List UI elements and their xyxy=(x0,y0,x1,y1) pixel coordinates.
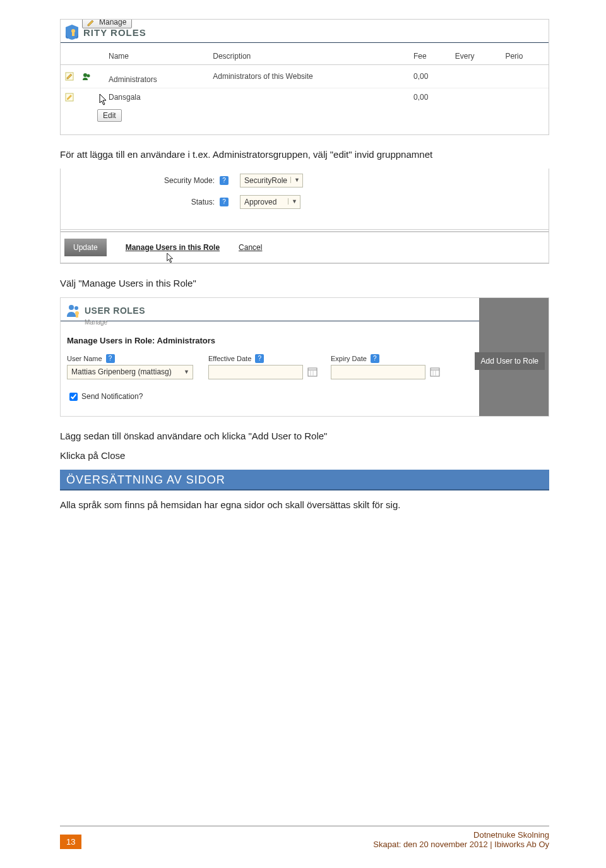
svg-rect-2 xyxy=(72,32,74,36)
effective-date-label: Effective Date xyxy=(208,355,251,362)
paragraph: Lägg sedan till önskad användare och kli… xyxy=(60,431,549,441)
svg-point-5 xyxy=(87,74,90,78)
paragraph: Välj "Manage Users in this Role" xyxy=(60,278,549,288)
help-icon[interactable]: ? xyxy=(220,198,229,206)
help-icon[interactable]: ? xyxy=(371,354,379,363)
cell-name: Dansgala xyxy=(105,88,209,107)
pencil-icon xyxy=(86,19,95,29)
manage-users-link[interactable]: Manage Users in this Role xyxy=(126,243,220,252)
paragraph: Klicka på Close xyxy=(60,450,549,461)
status-select[interactable]: Approved xyxy=(240,195,300,209)
cursor-icon xyxy=(98,93,109,107)
cell-desc: Administrators of this Website xyxy=(209,65,410,88)
update-button[interactable]: Update xyxy=(64,239,107,256)
col-description: Description xyxy=(209,47,410,65)
add-user-to-role-button[interactable]: Add User to Role xyxy=(475,352,545,370)
edit-tooltip: Edit xyxy=(97,109,122,122)
effective-date-input[interactable] xyxy=(208,365,303,379)
col-fee: Fee xyxy=(410,47,451,65)
page-footer: 13 Dotnetnuke Skolning Skapat: den 20 no… xyxy=(60,826,549,849)
status-label: Status: xyxy=(143,198,218,206)
footer-title: Dotnetnuke Skolning xyxy=(373,830,549,840)
calendar-icon[interactable] xyxy=(430,367,440,379)
svg-point-4 xyxy=(83,73,87,77)
security-roles-screenshot: RITY ROLES Manage Name Description Fee E… xyxy=(60,19,549,135)
users-row-icon xyxy=(81,71,92,81)
send-notification-checkbox[interactable] xyxy=(69,393,78,401)
table-row: Administrators Administrators of this We… xyxy=(61,65,549,88)
cursor-icon xyxy=(166,252,175,265)
col-name: Name xyxy=(105,47,209,65)
manage-button[interactable]: Manage xyxy=(82,19,132,28)
table-header-row: Name Description Fee Every Perio xyxy=(61,47,549,65)
edit-row-icon[interactable] xyxy=(64,92,74,102)
help-icon[interactable]: ? xyxy=(106,354,115,363)
shield-icon xyxy=(63,23,81,41)
action-bar: Update Manage Users in this Role Cancel xyxy=(61,232,549,263)
edit-row-icon[interactable] xyxy=(64,71,74,81)
send-notification-label: Send Notification? xyxy=(81,392,143,401)
paragraph: Alla språk som finns på hemsidan har egn… xyxy=(60,499,549,510)
calendar-icon[interactable] xyxy=(307,367,318,379)
security-mode-row: Security Mode: ? SecurityRole xyxy=(143,174,542,187)
edit-form-screenshot: Security Mode: ? SecurityRole Status: ? … xyxy=(60,169,549,264)
security-mode-label: Security Mode: xyxy=(143,176,218,185)
expiry-date-label: Expiry Date xyxy=(331,355,367,362)
section-heading: ÖVERSÄTTNING AV SIDOR xyxy=(60,470,549,490)
help-icon[interactable]: ? xyxy=(255,354,264,363)
footer-created: Skapat: den 20 november 2012 | Ibiworks … xyxy=(373,840,549,849)
manage-button-label: Manage xyxy=(99,19,126,27)
cell-fee: 0,00 xyxy=(410,88,451,107)
user-name-label: User Name xyxy=(67,355,102,362)
user-roles-title: USER ROLES xyxy=(85,306,145,316)
table-row: Dansgala 0,00 xyxy=(61,88,549,107)
col-perio: Perio xyxy=(501,47,549,65)
expiry-date-input[interactable] xyxy=(331,365,425,379)
cancel-link[interactable]: Cancel xyxy=(239,243,262,252)
status-row: Status: ? Approved xyxy=(143,195,542,209)
svg-rect-11 xyxy=(308,368,317,376)
user-roles-manage-link[interactable]: Manage xyxy=(85,319,479,326)
cell-name: Administrators xyxy=(105,65,209,88)
user-name-select[interactable]: Mattias Gripenberg (mattiasg) xyxy=(67,365,193,379)
page-number: 13 xyxy=(60,835,81,849)
cell-fee: 0,00 xyxy=(410,65,451,88)
paragraph: För att lägga till en användare i t.ex. … xyxy=(60,149,549,160)
col-every: Every xyxy=(451,47,502,65)
help-icon[interactable]: ? xyxy=(220,176,229,185)
svg-rect-15 xyxy=(431,368,439,376)
security-mode-select[interactable]: SecurityRole xyxy=(240,174,303,187)
svg-point-8 xyxy=(74,306,78,310)
svg-point-7 xyxy=(69,305,74,310)
user-roles-screenshot: USER ROLES Manage Manage Users in Role: … xyxy=(60,297,549,417)
users-icon xyxy=(64,302,82,319)
svg-rect-10 xyxy=(76,314,78,318)
manage-users-heading: Manage Users in Role: Administrators xyxy=(61,330,479,352)
